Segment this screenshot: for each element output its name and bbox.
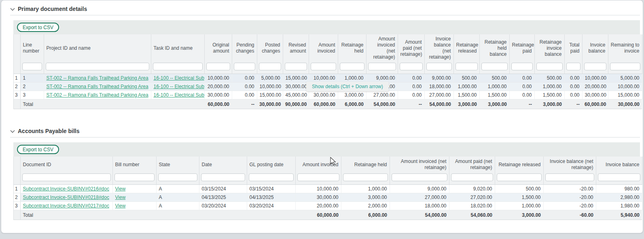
column-header-retainage-held-balance[interactable]: Retainage held balance bbox=[479, 34, 509, 62]
column-header-original-amount[interactable]: Original amount bbox=[204, 34, 232, 62]
total-retainage-held: 6,000.00 bbox=[341, 210, 390, 220]
column-header-invoice-balance-net-retainage[interactable]: Invoice balance (net retainage) bbox=[424, 34, 453, 62]
bill-number-link[interactable]: View bbox=[115, 195, 126, 200]
table-row[interactable]: 3Subcontract Invoice-SUBINV#0217#docView… bbox=[14, 202, 642, 210]
bill-number-link[interactable]: View bbox=[115, 186, 126, 192]
column-header-retainage-held[interactable]: Retainage held bbox=[341, 157, 390, 173]
column-header-retainage-held[interactable]: Retainage held bbox=[338, 34, 366, 62]
filter-input-amount-invoiced[interactable] bbox=[297, 173, 339, 181]
column-header-amount-invoiced-net-retainage[interactable]: Amount invoiced (net retainage) bbox=[390, 157, 449, 173]
column-header-amount-invoiced[interactable]: Amount invoiced bbox=[309, 34, 338, 62]
filter-input-invoice-balance-net-retainage[interactable] bbox=[545, 173, 594, 181]
column-header-project-id-and-name[interactable]: Project ID and name bbox=[44, 34, 151, 62]
column-header-invoice-balance[interactable]: Invoice balance bbox=[582, 34, 608, 62]
project-id-and-name-link[interactable]: ST-002 -- Ramona Falls Trailhead Parking… bbox=[47, 92, 148, 98]
cell-bill-number: View bbox=[112, 185, 156, 193]
column-header-retainage-invoice-balance[interactable]: Retainage invoice balance bbox=[534, 34, 564, 62]
filter-input-line-number[interactable] bbox=[22, 63, 42, 70]
filter-input-bill-number[interactable] bbox=[114, 173, 155, 181]
filter-input-invoice-balance[interactable] bbox=[584, 63, 606, 70]
cell-invoice-balance: 2,980.00 bbox=[596, 193, 642, 202]
column-header-retainage-released[interactable]: Retainage released bbox=[453, 34, 479, 62]
column-header-amount-paid-net-retainage[interactable]: Amount paid (net retainage) bbox=[398, 34, 424, 62]
column-header-date[interactable]: Date bbox=[199, 157, 247, 173]
column-header-invoice-balance-net-retainage[interactable]: Invoice balance (net retainage) bbox=[543, 157, 596, 173]
cell-state: A bbox=[156, 193, 199, 202]
column-header-posted-changes[interactable]: Posted changes bbox=[257, 34, 283, 62]
total-bill-number bbox=[112, 210, 156, 220]
filter-input-retainage-held-balance[interactable] bbox=[481, 63, 508, 70]
section-header-primary-document-details[interactable]: Primary document details bbox=[10, 6, 640, 15]
filter-input-pending-changes[interactable] bbox=[234, 63, 255, 70]
document-id-link[interactable]: Subcontract Invoice-SUBINV#0217#doc bbox=[23, 203, 109, 209]
column-header-amount-paid-net-retainage[interactable]: Amount paid (net retainage) bbox=[449, 157, 495, 173]
document-id-link[interactable]: Subcontract Invoice-SUBINV#0218#doc bbox=[23, 195, 109, 200]
filter-input-remaining-to-invoice[interactable] bbox=[610, 63, 640, 70]
filter-input-invoice-balance[interactable] bbox=[598, 173, 640, 181]
cell-total-paid: 0.00 bbox=[564, 82, 582, 91]
filter-input-state[interactable] bbox=[158, 173, 197, 181]
project-id-and-name-link[interactable]: ST-002 -- Ramona Falls Trailhead Parking… bbox=[47, 75, 148, 81]
task-id-and-name-link[interactable]: 16-100 -- Electrical Sub bbox=[154, 84, 204, 89]
column-header-line-number[interactable]: Line number bbox=[20, 34, 44, 62]
column-header-task-id-and-name[interactable]: Task ID and name bbox=[151, 34, 204, 62]
filter-input-document-id[interactable] bbox=[22, 173, 111, 181]
table-row[interactable]: 11ST-002 -- Ramona Falls Trailhead Parki… bbox=[14, 74, 642, 82]
section-header-accounts-payable-bills[interactable]: Accounts Payable bills bbox=[10, 128, 640, 137]
cell-retainage-held: 3,000.00 bbox=[341, 193, 390, 202]
filter-input-retainage-held[interactable] bbox=[340, 63, 364, 70]
column-header-pending-changes[interactable]: Pending changes bbox=[232, 34, 257, 62]
column-header-gl-posting-date[interactable]: GL posting date bbox=[247, 157, 295, 173]
table-row[interactable]: 1Subcontract Invoice-SUBINV#0216#docView… bbox=[14, 185, 642, 193]
task-id-and-name-link[interactable]: 16-100 -- Electrical Sub bbox=[154, 92, 204, 98]
filter-input-task-id-and-name[interactable] bbox=[153, 63, 203, 70]
column-header-retainage-paid[interactable]: Retainage paid bbox=[509, 34, 534, 62]
column-header-amount-invoiced-net-retainage[interactable]: Amount invoiced (net retainage) bbox=[366, 34, 398, 62]
filter-input-retainage-paid[interactable] bbox=[511, 63, 533, 70]
section-title: Primary document details bbox=[18, 6, 87, 12]
cell-gl-posting-date: 03/20/2024 bbox=[247, 202, 295, 210]
filter-input-total-paid[interactable] bbox=[566, 63, 580, 70]
total-task-id-and-name bbox=[151, 99, 204, 109]
cell-invoice-balance: 10,000.00 bbox=[582, 74, 608, 82]
column-header-revised-amount[interactable]: Revised amount bbox=[283, 34, 309, 62]
filter-input-invoice-balance-net-retainage[interactable] bbox=[426, 63, 452, 70]
cell-amount-invoiced: 10,000.00 bbox=[309, 74, 338, 82]
filter-input-amount-invoiced[interactable] bbox=[311, 63, 336, 70]
cell-invoice-balance-net-retainage: 18,000.00 bbox=[424, 82, 453, 91]
filter-input-retainage-released[interactable] bbox=[497, 173, 542, 181]
document-id-link[interactable]: Subcontract Invoice-SUBINV#0216#doc bbox=[23, 186, 109, 192]
filter-input-amount-invoiced-net-retainage[interactable] bbox=[392, 173, 447, 181]
filter-input-retainage-released[interactable] bbox=[455, 63, 478, 70]
export-to-csv-button[interactable]: Export to CSV bbox=[17, 145, 59, 154]
filter-input-date[interactable] bbox=[201, 173, 245, 181]
bill-number-link[interactable]: View bbox=[115, 203, 126, 209]
export-to-csv-button[interactable]: Export to CSV bbox=[17, 23, 59, 32]
column-header-state[interactable]: State bbox=[156, 157, 199, 173]
row-number: 2 bbox=[14, 82, 20, 91]
column-header-bill-number[interactable]: Bill number bbox=[112, 157, 156, 173]
filter-input-project-id-and-name[interactable] bbox=[46, 63, 149, 70]
filter-input-posted-changes[interactable] bbox=[259, 63, 281, 70]
total-amount-paid-net-retainage: -- bbox=[398, 99, 424, 109]
column-header-document-id[interactable]: Document ID bbox=[20, 157, 112, 173]
column-header-remaining-to-invoice[interactable]: Remaining to invoice bbox=[608, 34, 642, 62]
filter-input-original-amount[interactable] bbox=[206, 63, 230, 70]
cell-amount-invoiced: 20,000.00 bbox=[295, 202, 341, 210]
filter-input-amount-paid-net-retainage[interactable] bbox=[451, 173, 493, 181]
filter-input-amount-invoiced-net-retainage[interactable] bbox=[368, 63, 396, 70]
filter-input-revised-amount[interactable] bbox=[285, 63, 307, 70]
column-header-total-paid[interactable]: Total paid bbox=[564, 34, 582, 62]
table-row[interactable]: 33ST-002 -- Ramona Falls Trailhead Parki… bbox=[14, 91, 642, 99]
filter-input-amount-paid-net-retainage[interactable] bbox=[400, 63, 423, 70]
project-id-and-name-link[interactable]: ST-002 -- Ramona Falls Trailhead Parking… bbox=[47, 84, 148, 89]
task-id-and-name-link[interactable]: 16-100 -- Electrical Sub bbox=[154, 75, 204, 81]
filter-input-retainage-held[interactable] bbox=[343, 173, 388, 181]
filter-input-retainage-invoice-balance[interactable] bbox=[536, 63, 563, 70]
filter-input-gl-posting-date[interactable] bbox=[249, 173, 294, 181]
column-header-retainage-released[interactable]: Retainage released bbox=[495, 157, 543, 173]
grid-toolbar: Export to CSV bbox=[13, 142, 640, 157]
column-header-invoice-balance[interactable]: Invoice balance bbox=[596, 157, 642, 173]
cell-document-id: Subcontract Invoice-SUBINV#0217#doc bbox=[20, 202, 112, 210]
table-row[interactable]: 2Subcontract Invoice-SUBINV#0218#docView… bbox=[14, 193, 642, 202]
